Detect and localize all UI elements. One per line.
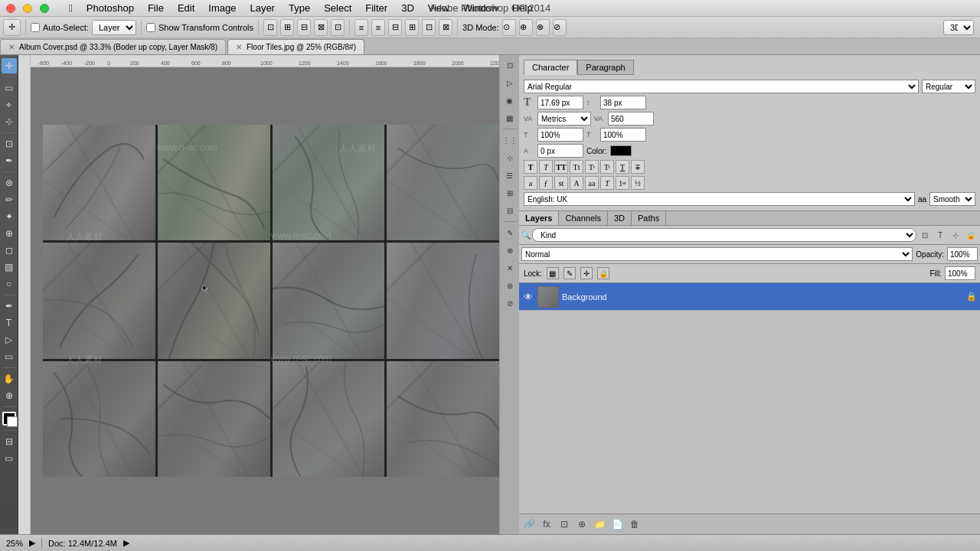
layer-filter-icon2[interactable]: T [933,228,947,242]
side-icon-13[interactable]: ⊛ [501,277,518,294]
layer-group-btn[interactable]: 📁 [592,517,607,532]
transform-btn2[interactable]: ⊞ [280,19,294,36]
transform-align-btn[interactable]: ⊡ [263,19,277,36]
lock-position-btn[interactable]: ✛ [580,267,593,279]
layer-new-btn[interactable]: 📄 [609,517,625,532]
tool-zoom[interactable]: ⊕ [2,388,17,403]
fmt-super-t[interactable]: Tt [585,160,599,174]
3d-mode-btn1[interactable]: ⊙ [502,19,516,36]
color-swatch[interactable] [610,145,632,156]
tracking-input[interactable] [608,112,654,126]
tab-album-cover[interactable]: ✕ Album Cover.psd @ 33.3% (Boder up copy… [0,39,226,54]
align-btn2[interactable]: ≡ [371,19,385,36]
3d-mode-btn2[interactable]: ⊕ [519,19,533,36]
language-select[interactable]: English: UK [524,192,915,206]
scale-h-input[interactable] [537,128,583,142]
tool-shape[interactable]: ▭ [2,349,17,364]
side-icon-3[interactable]: ◉ [501,92,518,109]
fmt-alternate[interactable]: A [570,176,583,190]
menu-select[interactable]: Select [318,1,358,15]
tool-hand[interactable]: ✋ [2,371,17,386]
fmt-under-t[interactable]: T [616,160,629,174]
tool-dodge[interactable]: ○ [2,276,17,292]
tool-gradient[interactable]: ▨ [2,259,17,275]
tool-magic-wand[interactable]: ⊹ [2,114,17,129]
fmt-smallcaps-t[interactable]: Tt [570,160,583,174]
side-icon-7[interactable]: ☰ [501,167,518,184]
line-height-input[interactable] [600,96,646,109]
3d-mode-btn4[interactable]: ⊘ [553,19,567,36]
align-btn1[interactable]: ≡ [354,19,368,36]
tool-text[interactable]: T [2,315,17,331]
tool-eraser[interactable]: ◻ [2,243,17,258]
window-controls[interactable] [6,4,52,13]
layers-filter-select[interactable]: Kind [532,228,916,242]
side-icon-6[interactable]: ⊹ [501,149,518,166]
layer-delete-btn[interactable]: 🗑 [627,517,642,532]
layer-visibility-icon[interactable]: 👁 [522,291,534,303]
menu-type[interactable]: Type [283,1,316,15]
close-button[interactable] [6,4,15,13]
fmt-strike-t[interactable]: T [631,160,645,174]
view-mode-dropdown[interactable]: 3D [943,20,974,35]
tool-lasso[interactable]: ⌖ [2,97,17,112]
fmt-italic-t[interactable]: T [539,160,553,174]
layer-adj-btn[interactable]: ⊕ [574,517,590,532]
tab-3d[interactable]: 3D [608,211,632,225]
baseline-input[interactable] [537,144,583,158]
align-btn5[interactable]: ⊡ [422,19,436,36]
kerning-select[interactable]: Metrics [537,112,591,126]
fmt-superscript[interactable]: 1st [616,176,629,190]
menu-photoshop[interactable]: Photoshop [80,1,140,15]
tool-select-rect[interactable]: ▭ [2,80,17,96]
tab-close-icon[interactable]: ✕ [8,43,15,51]
font-style-select[interactable]: Regular [922,80,975,93]
tool-crop[interactable]: ⊡ [2,136,17,152]
tool-fg-color[interactable] [2,412,16,425]
canvas-area[interactable]: -600 -400 -200 0 200 400 600 800 1000 12… [31,55,499,534]
opacity-input[interactable] [947,247,978,261]
tool-path[interactable]: ▷ [2,332,17,347]
side-icon-1[interactable]: ⊡ [501,57,518,73]
layer-filter-icon4[interactable]: 🔒 [964,228,978,242]
tab-floor-tiles[interactable]: ✕ Floor Tiles.jpg @ 25% (RGB/8#) [227,39,364,54]
layer-filter-icon3[interactable]: ⊹ [949,228,962,242]
side-icon-5[interactable]: ⋮⋮ [501,132,518,148]
side-icon-8[interactable]: ⊞ [501,184,518,201]
lock-transparent-btn[interactable]: ▦ [547,267,559,279]
tab-paths[interactable]: Paths [632,211,666,225]
maximize-button[interactable] [40,4,49,13]
fmt-caps-t[interactable]: TT [554,160,568,174]
fmt-stylistic[interactable]: st [554,176,568,190]
layer-fx-btn[interactable]: fx [539,517,554,532]
side-icon-11[interactable]: ⊕ [501,242,518,259]
minimize-button[interactable] [23,4,32,13]
fmt-oldstyle[interactable]: aa [585,176,599,190]
aa-select[interactable]: Smooth [929,192,975,206]
fmt-sub-t[interactable]: Tt [600,160,614,174]
fill-input[interactable] [945,266,975,280]
fmt-bold-t[interactable]: T [524,160,537,174]
fmt-swash[interactable]: ƒ [539,176,553,190]
tool-mask-mode[interactable]: ⊟ [2,434,17,449]
align-btn6[interactable]: ⊠ [439,19,452,36]
fmt-ligature[interactable]: a [524,176,537,190]
lock-paint-btn[interactable]: ✎ [564,267,576,279]
tab2-close-icon[interactable]: ✕ [236,43,242,51]
auto-select-dropdown[interactable]: Layer [92,20,136,35]
menu-layer[interactable]: Layer [243,1,281,15]
tab-layers[interactable]: Layers [519,211,559,225]
layer-filter-icon1[interactable]: ⊡ [918,228,932,242]
tab-channels[interactable]: Channels [559,211,607,225]
menu-apple[interactable]:  [63,1,79,15]
menu-filter[interactable]: Filter [359,1,394,15]
tool-history[interactable]: ⊕ [2,226,17,241]
tool-eyedropper[interactable]: ✒ [2,153,17,168]
align-btn3[interactable]: ⊟ [388,19,402,36]
side-icon-9[interactable]: ⊟ [501,202,518,219]
tool-spot-heal[interactable]: ⊛ [2,175,17,191]
menu-image[interactable]: Image [202,1,242,15]
lock-all-btn[interactable]: 🔒 [597,267,609,279]
3d-mode-btn3[interactable]: ⊗ [536,19,550,36]
layer-item-background[interactable]: 👁 Background 🔒 [519,283,980,311]
